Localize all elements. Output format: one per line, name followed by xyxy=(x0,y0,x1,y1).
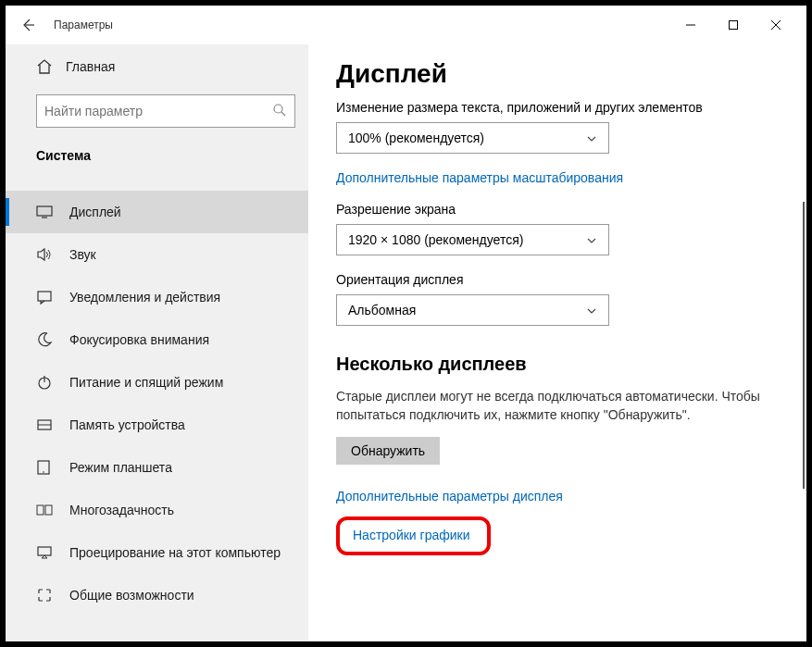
chevron-down-icon xyxy=(586,305,597,316)
svg-rect-8 xyxy=(37,505,44,515)
sidebar-item-label: Фокусировка внимания xyxy=(69,332,209,347)
sidebar-item-label: Режим планшета xyxy=(69,460,172,475)
sidebar-item-label: Память устройства xyxy=(69,417,185,432)
scale-dropdown[interactable]: 100% (рекомендуется) xyxy=(336,122,609,154)
sidebar-item-label: Многозадачность xyxy=(69,503,174,517)
multiple-displays-heading: Несколько дисплеев xyxy=(336,354,788,375)
sidebar-item-power[interactable]: Питание и спящий режим xyxy=(6,361,308,404)
svg-point-7 xyxy=(43,471,44,473)
minimize-button[interactable] xyxy=(669,10,712,40)
chevron-down-icon xyxy=(586,132,597,143)
svg-point-1 xyxy=(274,105,282,113)
sidebar-item-storage[interactable]: Память устройства xyxy=(6,404,308,446)
svg-rect-9 xyxy=(45,505,52,515)
back-button[interactable] xyxy=(15,12,41,38)
detect-button[interactable]: Обнаружить xyxy=(336,437,440,465)
sidebar-item-label: Проецирование на этот компьютер xyxy=(69,545,281,560)
sidebar-item-label: Звук xyxy=(69,247,96,262)
svg-rect-0 xyxy=(730,21,738,30)
speaker-icon xyxy=(36,246,53,263)
page-title: Дисплей xyxy=(336,59,788,89)
multiple-displays-text: Старые дисплеи могут не всегда подключат… xyxy=(336,388,771,424)
sidebar-item-shared[interactable]: Общие возможности xyxy=(6,574,308,616)
resolution-value: 1920 × 1080 (рекомендуется) xyxy=(348,232,523,247)
sidebar-item-focus[interactable]: Фокусировка внимания xyxy=(6,318,308,361)
sidebar-item-display[interactable]: Дисплей xyxy=(6,191,308,233)
sidebar-item-sound[interactable]: Звук xyxy=(6,233,308,276)
resolution-dropdown[interactable]: 1920 × 1080 (рекомендуется) xyxy=(336,224,609,255)
storage-icon xyxy=(36,417,53,433)
advanced-display-link[interactable]: Дополнительные параметры дисплея xyxy=(336,489,563,504)
scrollbar[interactable] xyxy=(803,202,805,489)
sidebar-item-notifications[interactable]: Уведомления и действия xyxy=(6,276,308,318)
svg-rect-10 xyxy=(38,547,51,555)
scale-label: Изменение размера текста, приложений и д… xyxy=(336,100,788,115)
advanced-scaling-link[interactable]: Дополнительные параметры масштабирования xyxy=(336,170,788,185)
orientation-label: Ориентация дисплея xyxy=(336,272,788,287)
resolution-label: Разрешение экрана xyxy=(336,202,788,217)
window-title: Параметры xyxy=(54,19,113,31)
svg-rect-3 xyxy=(38,292,51,301)
svg-rect-2 xyxy=(37,206,52,216)
moon-icon xyxy=(36,331,53,348)
project-icon xyxy=(36,544,53,561)
highlight-annotation: Настройки графики xyxy=(336,516,491,555)
shared-icon xyxy=(36,587,53,603)
search-icon xyxy=(272,103,287,120)
message-icon xyxy=(36,289,53,305)
tablet-icon xyxy=(36,459,53,476)
content-pane: Дисплей Изменение размера текста, прилож… xyxy=(308,44,806,641)
close-button[interactable] xyxy=(755,10,797,40)
sidebar-item-tablet[interactable]: Режим планшета xyxy=(6,446,308,489)
sidebar-home[interactable]: Главная xyxy=(6,48,308,85)
home-icon xyxy=(36,58,53,75)
sidebar-item-label: Дисплей xyxy=(69,205,121,219)
scale-value: 100% (рекомендуется) xyxy=(348,131,484,145)
monitor-icon xyxy=(36,204,53,220)
orientation-dropdown[interactable]: Альбомная xyxy=(336,294,609,326)
sidebar-item-projecting[interactable]: Проецирование на этот компьютер xyxy=(6,531,308,574)
sidebar: Главная Система Дисплей xyxy=(6,44,308,641)
search-box[interactable] xyxy=(36,94,295,128)
power-icon xyxy=(36,374,53,391)
sidebar-item-label: Общие возможности xyxy=(69,588,194,603)
sidebar-item-label: Уведомления и действия xyxy=(69,290,220,305)
search-input[interactable] xyxy=(44,104,272,118)
sidebar-home-label: Главная xyxy=(66,59,115,74)
maximize-button[interactable] xyxy=(712,10,755,40)
graphics-settings-link[interactable]: Настройки графики xyxy=(353,528,470,542)
orientation-value: Альбомная xyxy=(348,303,416,317)
sidebar-item-label: Питание и спящий режим xyxy=(69,375,223,390)
multitasking-icon xyxy=(36,502,53,518)
sidebar-item-multitasking[interactable]: Многозадачность xyxy=(6,489,308,531)
chevron-down-icon xyxy=(586,234,597,245)
sidebar-section-title: Система xyxy=(6,148,308,163)
